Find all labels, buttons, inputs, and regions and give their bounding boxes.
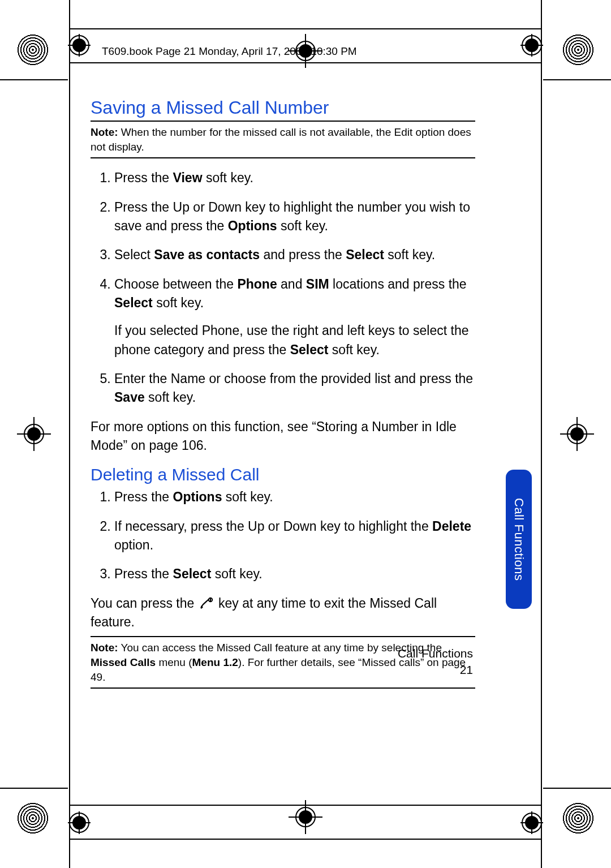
registration-mark-icon [560, 417, 594, 451]
crop-rule [0, 788, 68, 789]
section-thumb-tab-label: Call Functions [511, 498, 526, 581]
page-footer: Call Functions 21 [88, 645, 475, 678]
note-label: Note: [91, 126, 118, 138]
step-3: Select Save as contacts and press the Se… [114, 246, 475, 264]
crop-target-icon [562, 802, 594, 834]
section1-closing: For more options on this function, see “… [91, 418, 475, 456]
section-thumb-tab: Call Functions [506, 470, 532, 609]
registration-mark-icon [520, 811, 543, 834]
crop-target-icon [17, 802, 49, 834]
crop-rule [0, 79, 68, 80]
crop-rule [543, 79, 611, 80]
crop-rule [541, 57, 542, 811]
divider [91, 121, 475, 122]
step-2: Press the Up or Down key to highlight th… [114, 198, 475, 236]
page-content: T609.book Page 21 Monday, April 17, 2006… [91, 34, 475, 690]
step-1: Press the View soft key. [114, 169, 475, 187]
crop-rule [69, 805, 542, 806]
step-1: Press the Options soft key. [114, 488, 475, 506]
registration-mark-icon [68, 811, 91, 834]
crop-rule [69, 839, 542, 840]
crop-rule [69, 28, 542, 29]
steps-deleting: Press the Options soft key. If necessary… [91, 488, 475, 583]
divider [91, 157, 475, 158]
crop-target-icon [17, 34, 49, 66]
step-2: If necessary, press the Up or Down key t… [114, 517, 475, 555]
registration-mark-icon [520, 34, 543, 57]
registration-mark-icon [68, 34, 91, 57]
crop-rule [543, 788, 611, 789]
steps-saving: Press the View soft key. Press the Up or… [91, 169, 475, 407]
crop-target-icon [562, 34, 594, 66]
step-5: Enter the Name or choose from the provid… [114, 369, 475, 407]
note-saving: Note: When the number for the missed cal… [91, 125, 475, 154]
section-heading-saving: Saving a Missed Call Number [91, 97, 475, 118]
end-call-key-icon [198, 596, 215, 610]
step-4-detail: If you selected Phone, use the right and… [114, 321, 475, 359]
divider [91, 636, 475, 637]
section2-closing: You can press the key at any time to exi… [91, 594, 475, 632]
divider [91, 687, 475, 689]
registration-mark-icon [17, 417, 51, 451]
step-4: Choose between the Phone and SIM locatio… [114, 275, 475, 359]
footer-section: Call Functions [88, 645, 473, 661]
crop-rule [69, 57, 70, 811]
step-3: Press the Select soft key. [114, 565, 475, 583]
footer-page-number: 21 [88, 661, 473, 678]
running-head: T609.book Page 21 Monday, April 17, 2006… [102, 45, 475, 58]
section-heading-deleting: Deleting a Missed Call [91, 465, 475, 484]
